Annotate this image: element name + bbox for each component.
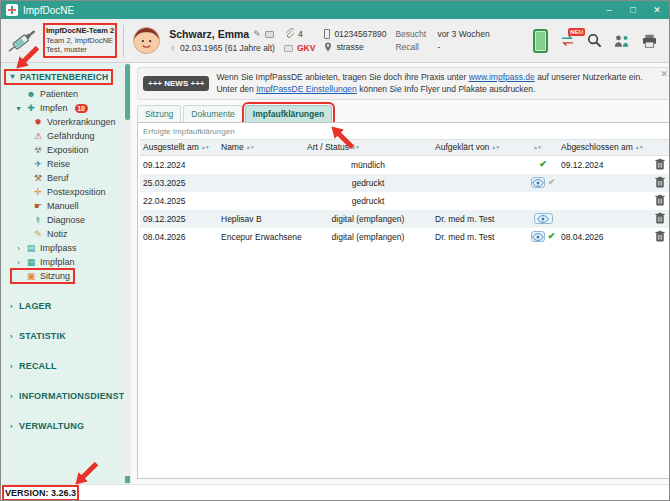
cell-art-status: gedruckt (304, 174, 432, 192)
sidebar-item-label: Notiz (47, 229, 68, 239)
sidebar-item-notiz[interactable]: ✎Notiz (5, 227, 121, 241)
cell-aufgeklaert-von: Dr. med m. Test (432, 210, 528, 228)
patient-card-icon[interactable] (265, 31, 274, 38)
sidebar-item-sitzung[interactable]: ▣Sitzung (5, 269, 121, 283)
sidebar: ▾PATIENTENBEREICH☻Patienten▾✚Impfen10✹Vo… (1, 63, 131, 484)
chevron-icon: ▾ (15, 104, 22, 113)
maximize-button[interactable]: □ (621, 1, 645, 19)
cell-actions (650, 155, 670, 174)
column-header-status[interactable]: ▲▼ (528, 139, 558, 155)
view-aufklaerung-button[interactable] (531, 177, 545, 188)
sidebar-section-informationsdienst[interactable]: ›INFORMATIONSDIENST (5, 389, 121, 403)
cell-art-status: gedruckt (304, 192, 432, 210)
tab-bar: SitzungDokumenteImpfaufklärungen (137, 105, 670, 122)
news-banner: +++ NEWS +++ Wenn Sie ImpfPassDE anbiete… (137, 67, 670, 100)
attachment-count[interactable]: 4 (298, 29, 303, 39)
sidebar-item-impfpass[interactable]: ›▤Impfpass (5, 241, 121, 255)
impfdocne-window: ImpfDocNE – □ ✕ ImpfDocNE-Team 2 Team 2,… (0, 0, 670, 501)
minimize-button[interactable]: – (597, 1, 621, 19)
patient-avatar[interactable] (133, 27, 160, 54)
sidebar-item-manuell[interactable]: ☛Manuell (5, 199, 121, 213)
mobile-app-icon[interactable] (533, 29, 548, 53)
cell-actions (650, 192, 670, 210)
sidebar-section-verwaltung[interactable]: ›VERWALTUNG (5, 419, 121, 433)
sidebar-item-label: Reise (47, 159, 70, 169)
column-header-label: Art / Status (307, 142, 349, 152)
column-header-aufgeklärt-von[interactable]: Aufgeklärt von▲▼ (432, 139, 528, 155)
column-header-label: Aufgeklärt von (435, 142, 489, 152)
content-panel: Erfolgte Impfaufklärungen Ausgestellt am… (137, 122, 670, 479)
search-icon[interactable] (587, 33, 602, 48)
sidebar-section-statistik[interactable]: ›STATISTIK (5, 329, 121, 343)
patient-name: Schwarz, Emma (169, 28, 249, 40)
team-line: Team 2, ImpfDocNE (46, 36, 114, 46)
cell-aufgeklaert-von: Dr. med m. Test (432, 228, 528, 246)
diagnosis-icon: ⚕ (33, 216, 43, 225)
print-icon[interactable] (642, 34, 657, 48)
cell-name (218, 155, 304, 174)
column-header-ausgestellt-am[interactable]: Ausgestellt am▲▼ (140, 139, 218, 155)
close-button[interactable]: ✕ (645, 1, 669, 19)
team-name: ImpfDocNE-Team 2 (46, 26, 114, 36)
neu-badge: NEU (568, 28, 585, 36)
sidebar-item-patientenbereich[interactable]: ▾PATIENTENBEREICH (5, 68, 121, 85)
header-toolbar: NEU (533, 29, 663, 53)
sidebar-item-label: Gefährdung (47, 131, 95, 141)
sidebar-section-label: VERWALTUNG (19, 421, 84, 431)
sidebar-item-diagnose[interactable]: ⚕Diagnose (5, 213, 121, 227)
eye-icon (532, 233, 544, 241)
news-close-icon[interactable]: ✕ (660, 69, 668, 79)
trash-icon (655, 158, 665, 170)
trash-icon (655, 212, 665, 224)
sidebar-item-impfplan[interactable]: ›▦Impfplan (5, 255, 121, 269)
tab-sitzung[interactable]: Sitzung (137, 105, 181, 122)
sidebar-item-reise[interactable]: ✈Reise (5, 157, 121, 171)
column-header-name[interactable]: Name▲▼ (218, 139, 304, 155)
sidebar-item-impfen[interactable]: ▾✚Impfen10 (5, 101, 121, 115)
post-exposure-icon: ✛ (33, 188, 43, 197)
chevron-right-icon: › (8, 332, 15, 341)
scrollbar-down-arrow[interactable] (125, 476, 130, 483)
risk-icon: ⚠ (33, 132, 43, 141)
tab-impfaufklärungen[interactable]: Impfaufklärungen (245, 105, 332, 122)
sidebar-item-patienten[interactable]: ☻Patienten (5, 87, 121, 101)
scrollbar-thumb[interactable] (125, 64, 130, 120)
switch-patient-icon[interactable] (614, 34, 630, 48)
cell-abgeschlossen-am: 09.12.2024 (558, 155, 650, 174)
sort-arrows-icon: ▲▼ (351, 144, 359, 150)
delete-aufklaerung-button[interactable] (655, 194, 665, 206)
delete-aufklaerung-button[interactable] (655, 230, 665, 242)
cell-status (528, 210, 558, 228)
delete-aufklaerung-button[interactable] (655, 176, 665, 188)
visited-label: Besucht (395, 29, 433, 39)
sidebar-scrollbar[interactable] (124, 63, 131, 484)
sidebar-item-label: Manuell (47, 201, 79, 211)
impfpassde-settings-link[interactable]: ImpfPassDE Einstellungen (256, 84, 357, 94)
impfpass-link[interactable]: www.impfpass.de (469, 72, 535, 82)
cell-ausgestellt-am: 09.12.2024 (140, 155, 218, 174)
tab-dokumente[interactable]: Dokumente (183, 105, 242, 122)
column-header-abgeschlossen-am[interactable]: Abgeschlossen am▲▼ (558, 139, 650, 155)
view-aufklaerung-button[interactable] (534, 213, 553, 224)
news-button[interactable]: +++ NEWS +++ (143, 76, 209, 91)
cell-name: Encepur Erwachsene (218, 228, 304, 246)
delete-aufklaerung-button[interactable] (655, 158, 665, 170)
sidebar-item-label: Impfplan (40, 257, 75, 267)
delete-aufklaerung-button[interactable] (655, 212, 665, 224)
sidebar-section-recall[interactable]: ›RECALL (5, 359, 121, 373)
sidebar-item-gefährdung[interactable]: ⚠Gefährdung (5, 129, 121, 143)
column-header-art-status[interactable]: Art / Status▲▼ (304, 139, 432, 155)
sidebar-item-exposition[interactable]: ☢Exposition (5, 143, 121, 157)
sidebar-item-postexposition[interactable]: ✛Postexposition (5, 185, 121, 199)
view-aufklaerung-button[interactable] (531, 231, 545, 242)
sidebar-item-vorerkrankungen[interactable]: ✹Vorerkrankungen (5, 115, 121, 129)
patient-block: Schwarz, Emma ✎ ♀ 02.03.1965 (61 Jahre a… (169, 28, 275, 53)
sync-button[interactable]: NEU (560, 34, 575, 47)
table-row: 08.04.2026Encepur Erwachsenedigital (emp… (140, 228, 670, 246)
edit-patient-icon[interactable]: ✎ (253, 29, 261, 39)
sidebar-item-beruf[interactable]: ⚒Beruf (5, 171, 121, 185)
sidebar-section-lager[interactable]: ›LAGER (5, 299, 121, 313)
insurance-badge: GKV (297, 43, 315, 53)
cell-aufgeklaert-von (432, 174, 528, 192)
cell-actions (650, 228, 670, 246)
